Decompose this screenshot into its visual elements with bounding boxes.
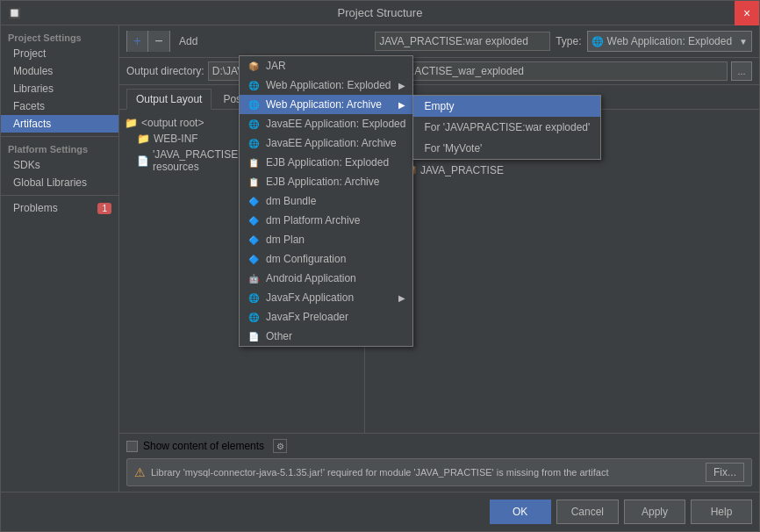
menu-item-web-archive[interactable]: 🌐 Web Application: Archive ▶ Empty For '… [240,95,412,114]
javafx-preloader-icon: 🌐 [247,311,261,323]
menu-item-ejb-archive-label: EJB Application: Archive [266,176,379,188]
type-text: Web Application: Exploded [607,35,733,47]
sidebar-item-artifacts[interactable]: Artifacts [1,115,118,133]
web-archive-arrow: ▶ [398,100,405,110]
menu-item-javafx-application[interactable]: 🌐 JavaFx Application ▶ [240,288,412,307]
show-content-row: Show content of elements ⚙ [126,439,752,453]
menu-item-dm-configuration-label: dm Configuration [266,253,346,265]
type-label: Type: [556,35,581,47]
help-button[interactable]: Help [691,500,752,524]
dm-platform-archive-icon: 🔷 [247,214,261,226]
app-logo: 🔲 [8,7,21,19]
tree-item-label: WEB-INF [154,133,198,145]
bottom-bar: Show content of elements ⚙ ⚠ Library 'my… [119,433,759,492]
submenu-item-empty[interactable]: Empty [413,96,600,117]
javapractise-label: JAVA_PRACTISE [420,164,504,176]
menu-item-other-label: Other [266,330,292,342]
remove-button[interactable]: − [148,31,169,52]
main-content: Project Settings Project Modules Librari… [1,25,759,492]
sidebar-item-global-libraries[interactable]: Global Libraries [1,174,118,191]
javafx-application-arrow: ▶ [398,293,405,303]
show-content-info-icon[interactable]: ⚙ [273,439,287,453]
menu-item-jar-label: JAR [266,60,286,72]
menu-item-dm-bundle[interactable]: 🔷 dm Bundle [240,191,412,211]
ejb-exploded-icon: 📋 [247,156,261,169]
menu-item-dm-plan[interactable]: 🔷 dm Plan [240,230,412,249]
menu-item-javaee-archive[interactable]: 🌐 JavaEE Application: Archive [240,133,412,153]
cancel-button[interactable]: Cancel [556,500,619,524]
menu-item-ejb-exploded[interactable]: 📋 EJB Application: Exploded [240,153,412,172]
dm-plan-icon: 🔷 [247,234,261,246]
fix-button[interactable]: Fix... [706,463,744,482]
menu-item-web-exploded-label: Web Application: Exploded [266,79,391,91]
toolbar: + − Add Type: 🌐 Web Application: Explode… [119,25,759,58]
tree-root-label: <output root> [141,117,204,129]
menu-item-other[interactable]: 📄 Other [240,327,412,346]
sidebar: Project Settings Project Modules Librari… [1,25,119,492]
title-bar: 🔲 Project Structure × [1,1,759,25]
artifact-name-input[interactable] [375,32,550,51]
android-application-icon: 🤖 [247,272,261,284]
menu-item-ejb-archive[interactable]: 📋 EJB Application: Archive [240,172,412,191]
sidebar-item-libraries[interactable]: Libraries [1,80,118,97]
javafx-application-icon: 🌐 [247,291,261,304]
close-button[interactable]: × [735,1,759,25]
submenu-item-for-javapractise[interactable]: For 'JAVAPRACTISE:war exploded' [413,117,600,138]
show-content-checkbox[interactable] [126,441,138,452]
other-icon: 📄 [247,330,261,342]
window-title: Project Structure [338,6,423,19]
menu-item-ejb-exploded-label: EJB Application: Exploded [266,156,389,169]
show-content-label: Show content of elements [143,440,264,452]
menu-item-web-exploded[interactable]: 🌐 Web Application: Exploded ▶ [240,75,412,95]
platform-settings-header: Platform Settings [1,140,118,156]
menu-item-android-application[interactable]: 🤖 Android Application [240,269,412,288]
menu-item-android-application-label: Android Application [266,272,356,284]
menu-item-dm-configuration[interactable]: 🔷 dm Configuration [240,249,412,269]
project-structure-window: 🔲 Project Structure × Project Settings P… [0,0,760,532]
menu-item-javafx-preloader[interactable]: 🌐 JavaFx Preloader [240,307,412,327]
add-label: Add [179,35,197,47]
sidebar-divider [1,136,118,137]
output-dir-browse-button[interactable]: ... [731,61,752,81]
menu-item-javafx-application-label: JavaFx Application [266,291,354,304]
right-panel: + − Add Type: 🌐 Web Application: Explode… [119,25,759,492]
submenu: Empty For 'JAVAPRACTISE:war exploded' Fo… [412,95,601,160]
add-plus-button[interactable]: + [127,31,148,52]
menu-item-javaee-exploded[interactable]: 🌐 JavaEE Application: Exploded [240,114,412,133]
output-dir-row: Output directory: ... [119,58,759,85]
sidebar-item-modules[interactable]: Modules [1,62,118,80]
project-settings-header: Project Settings [1,29,118,45]
ejb-archive-icon: 📋 [247,176,261,188]
sidebar-item-problems[interactable]: Problems [13,202,97,214]
menu-item-dm-plan-label: dm Plan [266,234,305,246]
menu-item-dm-platform-archive-label: dm Platform Archive [266,214,360,226]
sidebar-divider-2 [1,195,118,196]
submenu-item-for-myvote[interactable]: For 'MyVote' [413,138,600,159]
tab-output-layout[interactable]: Output Layout [126,89,212,110]
problems-badge: 1 [97,203,111,214]
available-item-javapractise[interactable]: 📦 JAVA_PRACTISE [395,162,754,178]
menu-item-dm-bundle-label: dm Bundle [266,195,316,207]
sidebar-item-sdks[interactable]: SDKs [1,156,118,174]
menu-item-javaee-exploded-label: JavaEE Application: Exploded [266,118,405,130]
add-button-group: + − [126,31,170,52]
sidebar-item-facets[interactable]: Facets [1,97,118,115]
dm-bundle-icon: 🔷 [247,195,261,207]
dropdown-menu: 📦 JAR 🌐 Web Application: Exploded ▶ 🌐 We… [239,55,413,347]
output-dir-label: Output directory: [126,65,204,77]
menu-item-jar[interactable]: 📦 JAR [240,56,412,75]
jar-icon: 📦 [247,60,261,72]
menu-item-dm-platform-archive[interactable]: 🔷 dm Platform Archive [240,211,412,230]
type-dropdown-arrow: ▼ [739,37,748,47]
type-select[interactable]: 🌐 Web Application: Exploded ▼ [587,31,752,52]
ok-button[interactable]: OK [490,500,551,524]
web-archive-icon: 🌐 [247,98,261,111]
javaee-archive-icon: 🌐 [247,137,261,149]
menu-item-web-archive-label: Web Application: Archive [266,98,382,111]
sidebar-item-project[interactable]: Project [1,45,118,62]
tree-root-folder-icon: 📁 [125,117,138,129]
web-exploded-arrow: ▶ [398,81,405,90]
apply-button[interactable]: Apply [624,500,685,524]
dropdown-menu-wrapper: 📦 JAR 🌐 Web Application: Exploded ▶ 🌐 We… [239,55,413,347]
warning-icon: ⚠ [134,465,146,479]
